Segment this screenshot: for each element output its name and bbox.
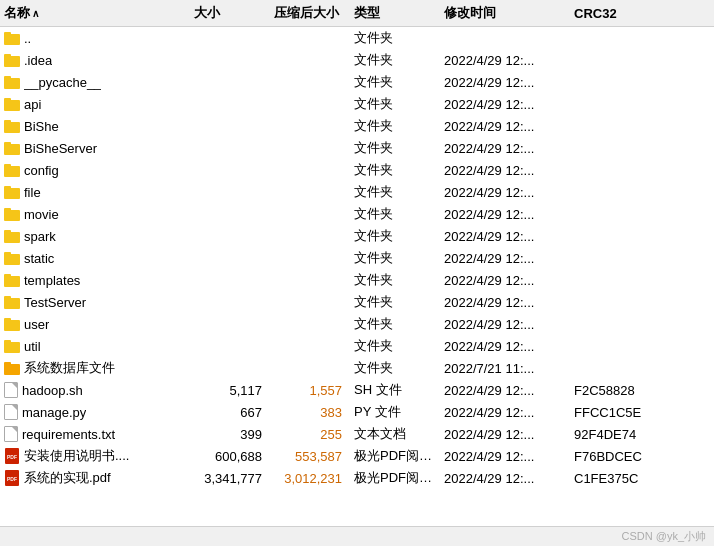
table-row[interactable]: movie文件夹2022/4/29 12:... (0, 203, 714, 225)
watermark: CSDN @yk_小帅 (621, 529, 706, 544)
table-row[interactable]: 系统数据库文件文件夹2022/7/21 11:... (0, 357, 714, 379)
file-modified: 2022/4/29 12:... (440, 426, 570, 443)
file-compressed-size (270, 279, 350, 281)
table-row[interactable]: PDF 系统的实现.pdf3,341,7773,012,231极光PDF阅读器2… (0, 467, 714, 489)
table-row[interactable]: hadoop.sh5,1171,557SH 文件2022/4/29 12:...… (0, 379, 714, 401)
file-name-text: .idea (24, 53, 52, 68)
file-type: 极光PDF阅读器 (350, 468, 440, 488)
file-name-cell: BiShe (0, 118, 190, 135)
file-modified: 2022/4/29 12:... (440, 250, 570, 267)
file-name-cell: util (0, 338, 190, 355)
header-compressed[interactable]: 压缩后大小 (270, 2, 350, 24)
table-row[interactable]: templates文件夹2022/4/29 12:... (0, 269, 714, 291)
file-compressed-size (270, 125, 350, 127)
file-type: 文件夹 (350, 182, 440, 202)
pdf-icon: PDF (4, 470, 20, 486)
table-row[interactable]: static文件夹2022/4/29 12:... (0, 247, 714, 269)
file-name-cell: static (0, 250, 190, 267)
file-modified: 2022/4/29 12:... (440, 338, 570, 355)
file-crc (570, 345, 670, 347)
folder-icon (4, 208, 20, 221)
file-name-cell: BiSheServer (0, 140, 190, 157)
file-type: 文件夹 (350, 116, 440, 136)
table-row[interactable]: .idea文件夹2022/4/29 12:... (0, 49, 714, 71)
file-name-text: requirements.txt (22, 427, 115, 442)
file-name-cell: spark (0, 228, 190, 245)
folder-special-icon (4, 362, 20, 375)
folder-icon (4, 186, 20, 199)
file-modified: 2022/4/29 12:... (440, 228, 570, 245)
table-row[interactable]: spark文件夹2022/4/29 12:... (0, 225, 714, 247)
pdf-icon: PDF (4, 448, 20, 464)
file-name-cell: file (0, 184, 190, 201)
header-crc[interactable]: CRC32 (570, 4, 670, 23)
table-row[interactable]: user文件夹2022/4/29 12:... (0, 313, 714, 335)
table-row[interactable]: util文件夹2022/4/29 12:... (0, 335, 714, 357)
table-row[interactable]: PDF 安装使用说明书....600,688553,587极光PDF阅读器202… (0, 445, 714, 467)
file-size (190, 257, 270, 259)
file-modified: 2022/4/29 12:... (440, 118, 570, 135)
file-compressed-size (270, 345, 350, 347)
file-type: 文本文档 (350, 424, 440, 444)
file-icon (4, 404, 18, 420)
table-row[interactable]: __pycache__文件夹2022/4/29 12:... (0, 71, 714, 93)
folder-icon (4, 76, 20, 89)
svg-text:PDF: PDF (7, 454, 17, 460)
folder-icon (4, 318, 20, 331)
table-row[interactable]: TestServer文件夹2022/4/29 12:... (0, 291, 714, 313)
file-type: 极光PDF阅读器 (350, 446, 440, 466)
file-name-text: 系统的实现.pdf (24, 469, 111, 487)
file-size (190, 301, 270, 303)
table-row[interactable]: api文件夹2022/4/29 12:... (0, 93, 714, 115)
file-size (190, 59, 270, 61)
file-modified: 2022/4/29 12:... (440, 272, 570, 289)
file-name-cell: config (0, 162, 190, 179)
file-modified: 2022/4/29 12:... (440, 382, 570, 399)
file-type: 文件夹 (350, 138, 440, 158)
file-type: SH 文件 (350, 380, 440, 400)
header-type[interactable]: 类型 (350, 2, 440, 24)
table-row[interactable]: BiShe文件夹2022/4/29 12:... (0, 115, 714, 137)
file-compressed-size (270, 37, 350, 39)
file-name-cell: requirements.txt (0, 425, 190, 443)
file-compressed-size: 383 (270, 404, 350, 421)
header-name[interactable]: 名称 ∧ (0, 2, 190, 24)
file-name-cell: movie (0, 206, 190, 223)
file-type: 文件夹 (350, 226, 440, 246)
table-row[interactable]: file文件夹2022/4/29 12:... (0, 181, 714, 203)
table-row[interactable]: manage.py667383PY 文件2022/4/29 12:...FFCC… (0, 401, 714, 423)
file-type: 文件夹 (350, 336, 440, 356)
file-size (190, 81, 270, 83)
file-name-cell: .. (0, 30, 190, 47)
table-row[interactable]: requirements.txt399255文本文档2022/4/29 12:.… (0, 423, 714, 445)
file-size: 3,341,777 (190, 470, 270, 487)
folder-icon (4, 340, 20, 353)
folder-icon (4, 120, 20, 133)
header-modified[interactable]: 修改时间 (440, 2, 570, 24)
file-name-text: .. (24, 31, 31, 46)
file-crc (570, 103, 670, 105)
file-size (190, 103, 270, 105)
file-name-text: manage.py (22, 405, 86, 420)
header-size[interactable]: 大小 (190, 2, 270, 24)
file-crc (570, 279, 670, 281)
file-modified: 2022/4/29 12:... (440, 52, 570, 69)
file-type: 文件夹 (350, 358, 440, 378)
file-size (190, 323, 270, 325)
table-row[interactable]: ..文件夹 (0, 27, 714, 49)
file-name-text: 安装使用说明书.... (24, 447, 129, 465)
folder-icon (4, 296, 20, 309)
table-row[interactable]: BiSheServer文件夹2022/4/29 12:... (0, 137, 714, 159)
file-type: 文件夹 (350, 314, 440, 334)
file-compressed-size (270, 257, 350, 259)
file-icon (4, 426, 18, 442)
file-crc (570, 323, 670, 325)
file-name-cell: 系统数据库文件 (0, 358, 190, 378)
file-compressed-size: 553,587 (270, 448, 350, 465)
column-header: 名称 ∧ 大小 压缩后大小 类型 修改时间 CRC32 (0, 0, 714, 27)
file-type: 文件夹 (350, 94, 440, 114)
table-row[interactable]: config文件夹2022/4/29 12:... (0, 159, 714, 181)
file-compressed-size: 255 (270, 426, 350, 443)
file-size: 667 (190, 404, 270, 421)
file-modified: 2022/4/29 12:... (440, 470, 570, 487)
